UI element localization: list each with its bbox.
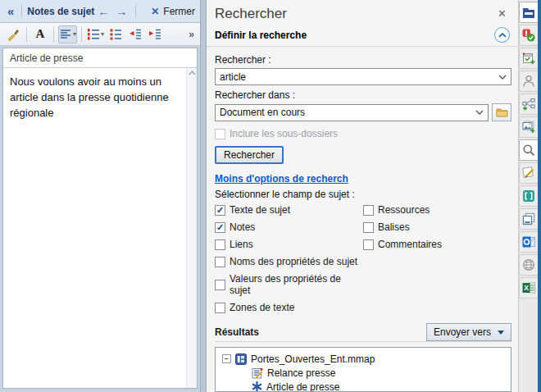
- result-label: Relance presse: [267, 367, 335, 379]
- tab-task-info[interactable]: [519, 25, 538, 46]
- toolbar-overflow-icon[interactable]: »: [186, 29, 197, 40]
- resources-checkbox[interactable]: [363, 205, 374, 216]
- calendar-add-icon: [522, 52, 535, 65]
- search-icon: [522, 144, 535, 157]
- divider: [215, 341, 511, 342]
- tab-map-links[interactable]: [519, 93, 538, 115]
- chevron-up-icon: [498, 33, 507, 38]
- tab-search[interactable]: [519, 139, 538, 161]
- tab-web[interactable]: [519, 254, 538, 276]
- tree-root-row[interactable]: − Portes_Ouvertes_Ent.mmap: [216, 352, 511, 366]
- send-to-label: Envoyer vers: [434, 326, 491, 338]
- browse-folder-button[interactable]: [492, 103, 511, 121]
- search-scope-combobox[interactable]: Document en cours: [215, 104, 489, 121]
- search-button[interactable]: Rechercher: [215, 146, 284, 164]
- previous-note-icon[interactable]: ←: [94, 5, 112, 18]
- increase-indent-button[interactable]: [146, 25, 164, 43]
- font-icon: A: [36, 27, 45, 41]
- tab-library[interactable]: [519, 116, 538, 138]
- decrease-indent-icon: [129, 28, 142, 41]
- font-button[interactable]: A: [31, 25, 49, 43]
- search-form: Rechercher : article Rechercher dans : D…: [207, 50, 518, 313]
- send-to-button[interactable]: Envoyer vers: [426, 323, 511, 341]
- field-option[interactable]: Noms des propriétés de sujet: [215, 256, 363, 267]
- notes-format-toolbar: A ▾ ▾: [0, 23, 200, 46]
- close-search-pane-icon[interactable]: ✕: [496, 6, 508, 21]
- outlook-icon: [522, 235, 535, 248]
- design-pen-icon: [522, 166, 535, 180]
- image-add-icon: [522, 121, 535, 134]
- pane-splitter[interactable]: [200, 0, 207, 392]
- close-label: Fermer: [163, 6, 195, 17]
- field-option[interactable]: Balises: [363, 221, 511, 233]
- numbered-list-button[interactable]: ▾: [86, 25, 105, 43]
- define-search-section-header: Définir la recherche: [207, 25, 518, 47]
- tab-calendar[interactable]: [519, 48, 538, 69]
- results-header: Résultats Envoyer vers: [207, 323, 518, 341]
- search-in-label: Rechercher dans :: [215, 89, 511, 101]
- pane-title: Notes de sujet: [27, 6, 94, 17]
- result-row[interactable]: Article de presse: [216, 380, 511, 392]
- topic-text-checkbox[interactable]: ✓: [215, 205, 225, 216]
- search-term-combobox[interactable]: article: [215, 68, 511, 85]
- search-for-label: Rechercher :: [215, 54, 511, 66]
- divider: [53, 27, 54, 42]
- app-window: « Notes de sujet ← → ✕ Fermer A: [0, 0, 541, 392]
- property-values-checkbox[interactable]: [215, 280, 225, 290]
- next-note-icon[interactable]: →: [112, 5, 130, 18]
- field-option[interactable]: Valeurs des propriétés de sujet: [215, 273, 363, 296]
- field-option[interactable]: Commentaires: [363, 239, 511, 250]
- field-label: Liens: [230, 239, 253, 250]
- field-option[interactable]: Zones de texte: [215, 302, 363, 313]
- chevron-down-icon: [475, 110, 484, 115]
- field-option[interactable]: ✓ Notes: [215, 221, 363, 233]
- tab-map-parts[interactable]: [519, 185, 538, 207]
- topic-notes-pane: « Notes de sujet ← → ✕ Fermer A: [0, 0, 200, 392]
- tab-outlook[interactable]: [519, 231, 538, 253]
- pane-title: Rechercher: [215, 6, 287, 22]
- property-names-checkbox[interactable]: [215, 257, 225, 267]
- search-term-value: article: [220, 71, 498, 83]
- results-tree: − Portes_Ouvertes_Ent.mmap: [215, 347, 511, 392]
- share-add-icon: [522, 98, 535, 111]
- chevron-down-icon: [498, 75, 507, 80]
- fewer-options-link[interactable]: Moins d'options de recherch: [215, 173, 348, 185]
- close-notes-button[interactable]: ✕ Fermer: [151, 6, 195, 17]
- notes-checkbox[interactable]: ✓: [215, 222, 225, 233]
- increase-indent-icon: [148, 28, 161, 41]
- dropdown-arrow-icon: [498, 330, 504, 335]
- tab-resources[interactable]: [519, 71, 538, 92]
- links-checkbox[interactable]: [215, 239, 225, 250]
- close-icon: ✕: [151, 6, 159, 17]
- note-title-field[interactable]: Article de presse: [3, 48, 197, 68]
- collapse-pane-icon[interactable]: «: [5, 4, 16, 18]
- divider: [26, 27, 27, 42]
- bulleted-list-button[interactable]: [107, 25, 125, 43]
- field-option[interactable]: Ressources: [363, 204, 511, 216]
- search-scope-value: Document en cours: [220, 107, 475, 118]
- result-row[interactable]: Relance presse: [216, 366, 511, 380]
- note-scrollbar[interactable]: [186, 68, 197, 388]
- tab-snippets[interactable]: [519, 208, 538, 230]
- scroll-up-icon: [189, 71, 196, 75]
- section-title: Définir la recherche: [215, 30, 307, 41]
- align-button[interactable]: ▾: [58, 25, 77, 43]
- field-option[interactable]: Liens: [215, 239, 363, 250]
- collapse-section-button[interactable]: [494, 27, 510, 43]
- numbered-list-icon: [87, 28, 100, 41]
- field-option[interactable]: ✓ Texte de sujet: [215, 204, 363, 216]
- divider: [135, 5, 136, 18]
- decrease-indent-button[interactable]: [126, 25, 144, 43]
- map-parts-icon: [522, 189, 535, 203]
- tab-excel[interactable]: X: [519, 277, 538, 299]
- person-icon: [522, 75, 535, 88]
- field-label: Noms des propriétés de sujet: [230, 256, 357, 267]
- text-zones-checkbox[interactable]: [215, 303, 225, 313]
- tab-folder[interactable]: [519, 2, 538, 23]
- collapse-node-icon[interactable]: −: [222, 354, 231, 363]
- note-text-area[interactable]: Nous voulons avoir au moins un article d…: [3, 68, 186, 388]
- tab-design[interactable]: [519, 162, 538, 184]
- format-painter-button[interactable]: [4, 25, 22, 43]
- tags-checkbox[interactable]: [363, 222, 374, 233]
- comments-checkbox[interactable]: [363, 239, 374, 250]
